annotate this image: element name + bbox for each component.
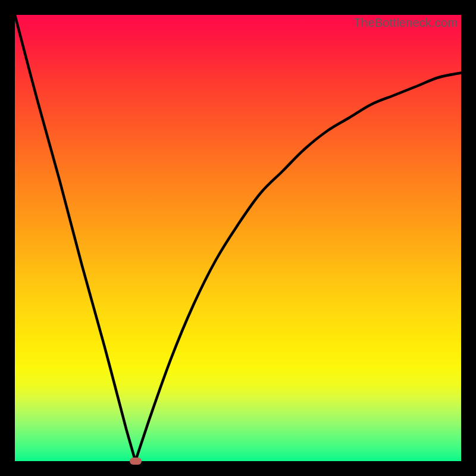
plot-area: TheBottleneck.com [15,15,461,461]
chart-frame: TheBottleneck.com [0,0,476,476]
curve-path [15,15,461,461]
bottleneck-curve [15,15,461,461]
optimum-marker [130,458,142,465]
